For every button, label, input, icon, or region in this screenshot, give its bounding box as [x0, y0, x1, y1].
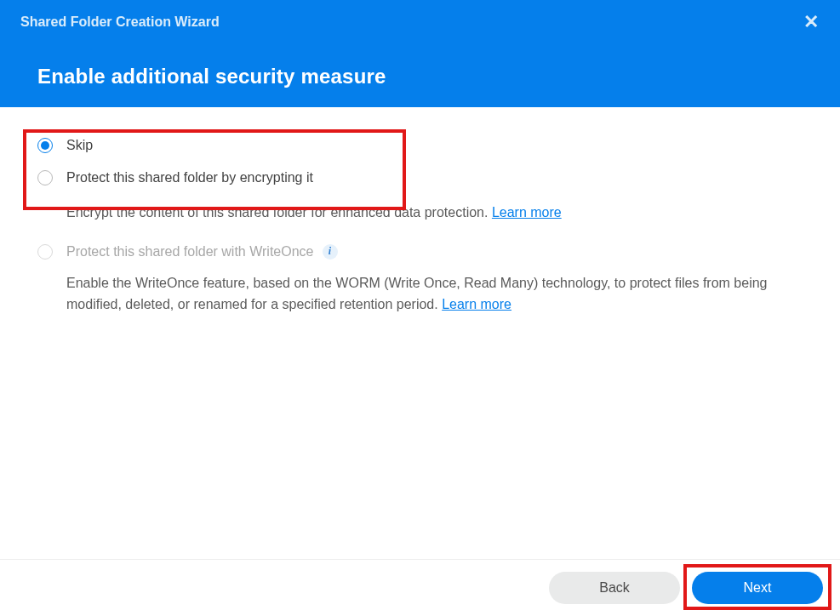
radio-skip[interactable]	[37, 138, 53, 153]
writeonce-learn-more-link[interactable]: Learn more	[442, 297, 511, 311]
writeonce-desc-text: Enable the WriteOnce feature, based on t…	[66, 276, 768, 311]
wizard-footer: Back Next	[0, 559, 840, 616]
option-encrypt[interactable]: Protect this shared folder by encrypting…	[37, 170, 803, 185]
encrypt-learn-more-link[interactable]: Learn more	[492, 205, 562, 220]
radio-encrypt[interactable]	[37, 170, 53, 185]
option-writeonce-label: Protect this shared folder with WriteOnc…	[66, 244, 314, 260]
page-heading: Enable additional security measure	[0, 34, 840, 107]
option-encrypt-label: Protect this shared folder by encrypting…	[66, 170, 313, 185]
option-writeonce: Protect this shared folder with WriteOnc…	[37, 244, 803, 260]
radio-writeonce	[37, 244, 53, 260]
title-bar: Shared Folder Creation Wizard ✕	[0, 0, 840, 34]
option-skip[interactable]: Skip	[37, 138, 803, 153]
option-encrypt-description: Encrypt the content of this shared folde…	[66, 202, 803, 224]
option-writeonce-description: Enable the WriteOnce feature, based on t…	[66, 273, 803, 316]
radio-dot-icon	[41, 141, 49, 150]
encrypt-desc-text: Encrypt the content of this shared folde…	[66, 205, 492, 220]
wizard-body: Skip Protect this shared folder by encry…	[0, 107, 840, 559]
close-icon: ✕	[803, 11, 819, 33]
wizard-header: Shared Folder Creation Wizard ✕ Enable a…	[0, 0, 840, 107]
option-skip-label: Skip	[66, 138, 93, 153]
next-button[interactable]: Next	[692, 572, 823, 604]
info-icon[interactable]: i	[323, 244, 338, 260]
back-button[interactable]: Back	[549, 572, 680, 604]
window-title: Shared Folder Creation Wizard	[20, 14, 220, 30]
wizard-dialog: Shared Folder Creation Wizard ✕ Enable a…	[0, 0, 840, 616]
close-button[interactable]: ✕	[799, 10, 823, 34]
